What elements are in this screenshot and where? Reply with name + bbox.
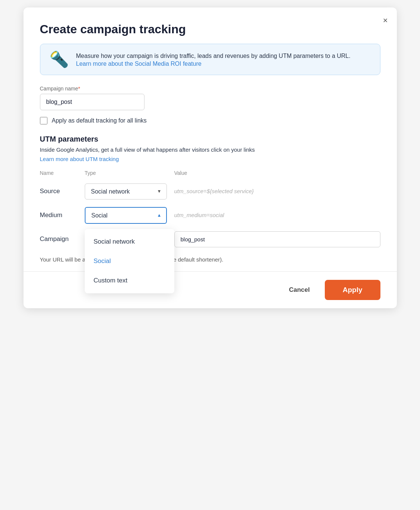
medium-value-placeholder: utm_medium=social (174, 212, 224, 218)
default-tracking-row: Apply as default tracking for all links (40, 117, 380, 124)
close-button[interactable]: × (383, 16, 388, 25)
cancel-button[interactable]: Cancel (281, 282, 317, 298)
col-value: Value (174, 170, 380, 180)
campaign-name-field: Campaign name* (40, 86, 380, 110)
utm-description: Inside Google Analytics, get a full view… (40, 146, 380, 154)
campaign-value-input[interactable] (174, 231, 380, 247)
info-text-container: Measure how your campaign is driving tra… (76, 52, 351, 67)
col-type: Type (85, 170, 174, 180)
table-row: Source Social network ▼ utm_source=${sel… (40, 180, 380, 203)
dropdown-option-custom-text[interactable]: Custom text (85, 271, 174, 290)
source-label: Source (40, 180, 85, 203)
medium-type-select[interactable]: Social (85, 207, 167, 224)
default-tracking-checkbox[interactable] (40, 117, 47, 124)
flashlight-icon: 🔦 (49, 52, 69, 67)
source-type-select[interactable]: Social network (85, 183, 167, 200)
campaign-label: Campaign (40, 228, 85, 251)
table-row: Medium Social ▲ Social network Social (40, 203, 380, 228)
utm-section-title: UTM parameters (40, 135, 380, 143)
source-type-wrapper: Social network ▼ (85, 183, 167, 200)
default-tracking-label[interactable]: Apply as default tracking for all links (52, 117, 147, 124)
source-value-placeholder: utm_source=${selected service} (174, 188, 254, 194)
campaign-name-input[interactable] (40, 94, 144, 110)
apply-button[interactable]: Apply (325, 280, 380, 300)
modal-container: × Create campaign tracking 🔦 Measure how… (24, 7, 397, 308)
modal-title: Create campaign tracking (40, 22, 380, 36)
modal-footer: Cancel Apply (24, 271, 397, 308)
medium-label: Medium (40, 203, 85, 228)
info-learn-more-link[interactable]: Learn more about the Social Media ROI fe… (76, 61, 202, 67)
campaign-name-label: Campaign name* (40, 86, 380, 92)
utm-table: Name Type Value Source Social network ▼ (40, 170, 380, 251)
info-box: 🔦 Measure how your campaign is driving t… (40, 44, 380, 75)
medium-type-wrapper: Social ▲ (85, 207, 167, 224)
utm-learn-more-link[interactable]: Learn more about UTM tracking (40, 156, 119, 162)
utm-section: UTM parameters Inside Google Analytics, … (40, 135, 380, 271)
info-description: Measure how your campaign is driving tra… (76, 52, 351, 61)
medium-dropdown-menu: Social network Social Custom text (85, 229, 174, 293)
col-name: Name (40, 170, 85, 180)
dropdown-option-social-network[interactable]: Social network (85, 232, 174, 251)
dropdown-option-social[interactable]: Social (85, 251, 174, 271)
